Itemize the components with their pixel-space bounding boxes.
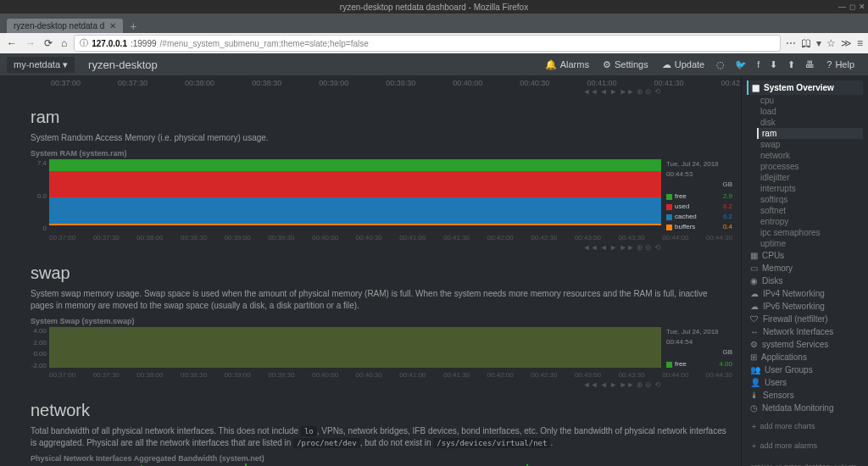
main-content: 00:37:0000:37:3000:38:0000:38:3000:39:00… — [0, 75, 741, 466]
ram-legend: Tue, Jul 24, 2018 00:44:53 GB free2.9use… — [661, 159, 732, 232]
swap-chart[interactable] — [49, 327, 661, 368]
sidebar-item-ipc-semaphores[interactable]: ipc semaphores — [757, 227, 863, 238]
sidebar-section-user-groups[interactable]: 👥User Groups — [747, 363, 863, 376]
swap-legend: Tue, Jul 24, 2018 00:44:54 GB free4.00 — [661, 327, 732, 369]
sidebar: ▦System Overview cpuloaddiskramswapnetwo… — [741, 75, 868, 466]
sidebar-item-cpu[interactable]: cpu — [757, 95, 863, 106]
chart-toolbar[interactable]: ◄◄ ◄ ► ►► ⊕ ⊖ ⟲ — [31, 380, 732, 389]
sidebar-item-softirqs[interactable]: softirqs — [757, 194, 863, 205]
swap-xaxis: 00:37:0000:37:3000:38:0000:38:3000:39:00… — [31, 369, 732, 380]
sidebar-item-entropy[interactable]: entropy — [757, 216, 863, 227]
forward-icon[interactable]: → — [24, 37, 37, 49]
sidebar-section-memory[interactable]: ▭Memory — [747, 262, 863, 275]
star-icon[interactable]: ☆ — [826, 37, 836, 49]
network-heading: network — [31, 401, 732, 420]
os-title: ryzen-desktop netdata dashboard - Mozill… — [340, 3, 528, 12]
home-icon[interactable]: ⌂ — [59, 37, 69, 49]
sidebar-item-idlejitter[interactable]: idlejitter — [757, 172, 863, 183]
bookmark-icon[interactable]: 🕮 — [801, 37, 811, 49]
ram-chart-title: System RAM (system.ram) — [31, 149, 732, 158]
sidebar-item-interrupts[interactable]: interrupts — [757, 183, 863, 194]
sidebar-item-disk[interactable]: disk — [757, 117, 863, 128]
sidebar-section-netdata-monitoring[interactable]: ◷Netdata Monitoring — [747, 402, 863, 414]
swap-chart-title: System Swap (system.swap) — [31, 317, 732, 325]
sidebar-item-softnet[interactable]: softnet — [757, 205, 863, 216]
chart-toolbar[interactable]: ◄◄ ◄ ► ►► ⊕ ⊖ ⟲ — [31, 243, 732, 252]
gear-icon: ⚙ — [603, 59, 611, 70]
network-chart-title: Physical Network Interfaces Aggregated B… — [31, 454, 732, 463]
ram-desc: System Random Access Memory (i.e. physic… — [31, 132, 732, 144]
help-button[interactable]: ?Help — [820, 59, 861, 69]
update-button[interactable]: ☁Update — [655, 59, 711, 70]
sidebar-section-cpus[interactable]: ▦CPUs — [747, 249, 863, 262]
ram-xaxis: 00:37:0000:37:3000:38:0000:38:3000:39:00… — [31, 232, 732, 243]
swap-free-area — [49, 327, 661, 368]
ram-used-area — [49, 171, 661, 197]
app-topnav: my-netdata ▾ ryzen-desktop 🔔Alarms ⚙Sett… — [0, 53, 868, 75]
sidebar-item-uptime[interactable]: uptime — [757, 238, 863, 249]
minimize-icon[interactable]: — — [838, 3, 846, 11]
sidebar-section-disks[interactable]: ◉Disks — [747, 275, 863, 287]
github-icon[interactable]: ◌ — [711, 59, 730, 70]
network-desc: Total bandwidth of all physical network … — [31, 425, 732, 449]
server-dropdown[interactable]: my-netdata ▾ — [7, 57, 75, 73]
sidebar-footer: netdata on ryzen-desktop, collects every… — [747, 462, 863, 466]
sidebar-system-overview[interactable]: ▦System Overview — [747, 80, 863, 95]
legend-row[interactable]: used6.2 — [666, 202, 732, 212]
sidebar-section-systemd-services[interactable]: ⚙systemd Services — [747, 338, 863, 351]
sidebar-section-network-interfaces[interactable]: ↔Network Interfaces — [747, 325, 863, 338]
overview-icon: ▦ — [752, 83, 760, 92]
bell-icon: 🔔 — [545, 59, 557, 70]
back-icon[interactable]: ← — [5, 37, 19, 49]
sidebar-icon[interactable]: ≫ — [841, 37, 852, 49]
info-icon[interactable]: ⓘ — [80, 37, 88, 49]
legend-row[interactable]: free4.00 — [666, 359, 732, 369]
upload-icon[interactable]: ⬆ — [782, 59, 800, 70]
sidebar-section-ipv6-networking[interactable]: ☁IPv6 Networking — [747, 300, 863, 313]
os-titlebar: ryzen-desktop netdata dashboard - Mozill… — [0, 0, 868, 14]
sidebar-item-load[interactable]: load — [757, 106, 863, 117]
ram-chart[interactable] — [49, 159, 661, 225]
sidebar-item-ram[interactable]: ram — [757, 128, 863, 139]
url-input[interactable]: ⓘ 127.0.0.1:19999/#menu_system_submenu_r… — [74, 35, 781, 52]
sidebar-section-ipv4-networking[interactable]: ☁IPv4 Networking — [747, 287, 863, 300]
ram-yaxis: 7.40.00 — [31, 159, 49, 232]
swap-heading: swap — [31, 264, 732, 283]
legend-row[interactable]: buffers0.4 — [666, 222, 732, 232]
facebook-icon[interactable]: f — [752, 59, 765, 69]
new-tab-button[interactable]: + — [123, 19, 143, 33]
menu-icon[interactable]: ≡ — [857, 37, 863, 49]
settings-button[interactable]: ⚙Settings — [596, 59, 655, 70]
add-more-alarms[interactable]: ＋ add more alarms — [747, 439, 863, 453]
sidebar-item-processes[interactable]: processes — [757, 161, 863, 172]
tab-close-icon[interactable]: ✕ — [109, 21, 116, 31]
more-icon[interactable]: ⋯ — [786, 37, 796, 49]
browser-tabstrip: ryzen-desktop netdata d ✕ + — [0, 14, 868, 33]
alarms-button[interactable]: 🔔Alarms — [538, 59, 596, 70]
legend-row[interactable]: free2.9 — [666, 191, 732, 202]
close-icon[interactable]: ✕ — [859, 3, 865, 11]
sidebar-section-firewall-netfilter-[interactable]: 🛡Firewall (netfilter) — [747, 313, 863, 325]
browser-tab[interactable]: ryzen-desktop netdata d ✕ — [7, 19, 123, 33]
sidebar-item-swap[interactable]: swap — [757, 139, 863, 150]
ram-cached-area — [49, 197, 661, 224]
swap-desc: System swap memory usage. Swap space is … — [31, 288, 732, 312]
top-axis: 00:37:0000:37:3000:38:0000:38:3000:39:00… — [31, 79, 732, 87]
legend-row[interactable]: cached6.2 — [666, 212, 732, 222]
sidebar-item-network[interactable]: network — [757, 150, 863, 161]
sidebar-section-sensors[interactable]: 🌡Sensors — [747, 389, 863, 402]
sidebar-section-applications[interactable]: ⊞Applications — [747, 351, 863, 363]
pocket-icon[interactable]: ▾ — [816, 37, 821, 49]
reload-icon[interactable]: ⟳ — [42, 37, 54, 49]
ram-buffers-area — [49, 224, 661, 225]
download-icon[interactable]: ⬇ — [765, 59, 782, 70]
maximize-icon[interactable]: ◻ — [849, 3, 855, 11]
ram-heading: ram — [31, 108, 732, 127]
chart-toolbar[interactable]: ◄◄ ◄ ► ►► ⊕ ⊖ ⟲ — [31, 87, 732, 96]
cloud-icon: ☁ — [662, 59, 671, 70]
twitter-icon[interactable]: 🐦 — [730, 59, 752, 70]
print-icon[interactable]: 🖶 — [800, 59, 820, 69]
browser-toolbar: ← → ⟳ ⌂ ⓘ 127.0.0.1:19999/#menu_system_s… — [0, 33, 868, 53]
sidebar-section-users[interactable]: 👤Users — [747, 376, 863, 389]
add-more-charts[interactable]: ＋ add more charts — [747, 419, 863, 434]
